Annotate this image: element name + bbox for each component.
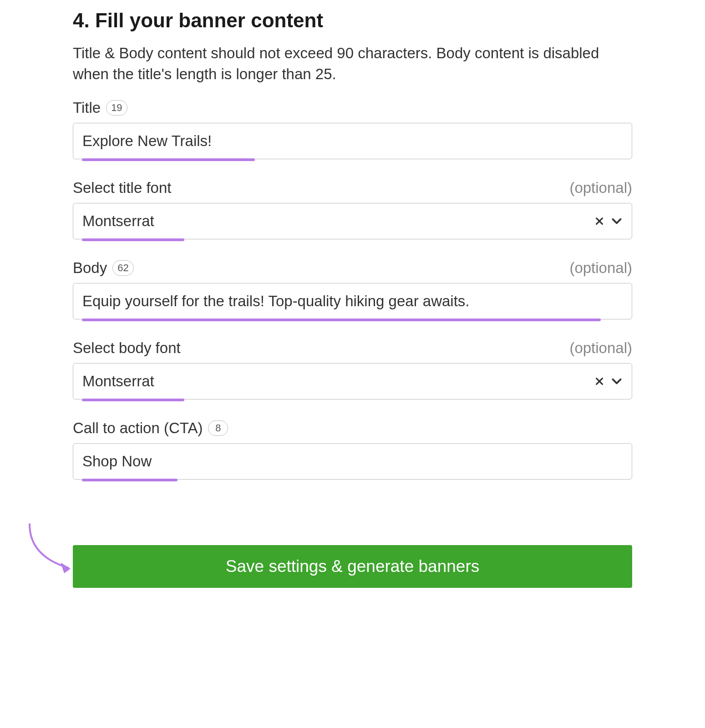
body-font-select[interactable]: Montserrat bbox=[73, 363, 632, 399]
body-field-group: Body 62 (optional) bbox=[73, 259, 632, 319]
title-count-badge: 19 bbox=[106, 100, 127, 116]
title-font-value: Montserrat bbox=[82, 212, 594, 230]
cta-count-badge: 8 bbox=[208, 420, 228, 436]
title-font-field-group: Select title font (optional) Montserrat bbox=[73, 179, 632, 239]
title-field-group: Title 19 bbox=[73, 99, 632, 159]
cta-field-group: Call to action (CTA) 8 bbox=[73, 420, 632, 480]
body-font-field-group: Select body font (optional) Montserrat bbox=[73, 339, 632, 399]
clear-icon[interactable] bbox=[594, 376, 604, 386]
section-heading: 4. Fill your banner content bbox=[73, 9, 632, 32]
generate-banners-button[interactable]: Save settings & generate banners bbox=[73, 545, 632, 588]
body-font-underline bbox=[82, 399, 184, 401]
body-underline bbox=[82, 318, 601, 321]
cta-underline bbox=[82, 479, 178, 481]
body-font-value: Montserrat bbox=[82, 373, 594, 390]
title-font-underline bbox=[82, 238, 184, 241]
title-font-label: Select title font bbox=[73, 179, 171, 197]
body-font-label: Select body font bbox=[73, 339, 181, 357]
title-label: Title bbox=[73, 99, 101, 116]
body-input[interactable] bbox=[73, 283, 632, 319]
chevron-down-icon[interactable] bbox=[611, 375, 623, 387]
body-count-badge: 62 bbox=[112, 260, 133, 276]
title-underline bbox=[82, 158, 255, 161]
title-font-optional: (optional) bbox=[569, 179, 632, 197]
body-optional: (optional) bbox=[569, 259, 632, 277]
title-font-select[interactable]: Montserrat bbox=[73, 203, 632, 239]
section-description: Title & Body content should not exceed 9… bbox=[73, 43, 632, 85]
title-input[interactable] bbox=[73, 123, 632, 159]
clear-icon[interactable] bbox=[594, 216, 604, 226]
chevron-down-icon[interactable] bbox=[611, 215, 623, 227]
cta-input[interactable] bbox=[73, 443, 632, 480]
body-font-optional: (optional) bbox=[569, 339, 632, 357]
cta-label: Call to action (CTA) bbox=[73, 420, 203, 437]
body-label: Body bbox=[73, 259, 107, 277]
